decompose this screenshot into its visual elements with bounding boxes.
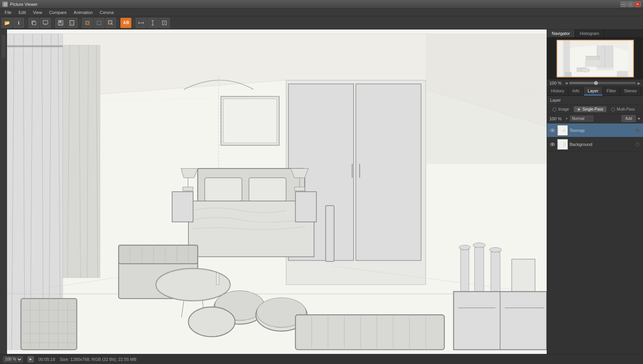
canvas-area[interactable] — [7, 29, 547, 354]
navigator-thumbnail-area — [547, 38, 643, 80]
svg-rect-44 — [63, 45, 100, 278]
toolbar-separator-5 — [133, 19, 134, 27]
tab-history[interactable]: History — [547, 87, 568, 95]
menu-animation[interactable]: Animation — [71, 9, 96, 16]
zoom-percentage: 100 % — [549, 81, 563, 85]
svg-rect-76 — [491, 252, 500, 292]
zoom-decrement-icon: ◀ — [565, 81, 568, 85]
layer-type-image[interactable]: Image — [549, 106, 572, 112]
layer-name-background: Background — [570, 142, 633, 147]
tab-navigator[interactable]: Navigator — [547, 29, 575, 37]
compare-ab-button-a[interactable]: AB — [120, 18, 131, 28]
toolbar-separator-3 — [80, 19, 80, 27]
close-button[interactable]: ✕ — [634, 2, 641, 7]
play-button[interactable]: ▶ — [28, 356, 34, 362]
menu-edit[interactable]: Edit — [16, 9, 29, 16]
svg-rect-94 — [216, 273, 219, 285]
svg-text:A: A — [123, 21, 126, 25]
maximize-button[interactable]: □ — [627, 2, 634, 7]
blend-arrow: ▼ — [565, 117, 568, 121]
layer-thumbnail-background — [557, 139, 568, 150]
zoom-region-button[interactable] — [105, 18, 116, 28]
svg-rect-66 — [172, 192, 193, 222]
app-icon: 🖼 — [2, 2, 8, 7]
layer-type-multi-pass[interactable]: Multi-Pass — [608, 106, 638, 112]
display-button[interactable] — [40, 18, 51, 28]
render-image — [7, 29, 547, 354]
fit-all-button[interactable] — [159, 18, 170, 28]
blend-mode-input[interactable] — [570, 116, 593, 121]
layer-item-texmap[interactable]: Texmap — [547, 123, 643, 137]
radio-multi-pass — [611, 107, 615, 111]
svg-rect-13 — [97, 21, 101, 25]
svg-rect-121 — [426, 34, 547, 164]
status-bar: 100 % 50 % 200 % ▶ 00:05:18 Size: 1280x7… — [0, 354, 643, 364]
window-controls: — □ ✕ — [620, 2, 641, 7]
svg-rect-83 — [118, 245, 198, 264]
navigator-thumbnail — [556, 40, 634, 78]
tab-filter[interactable]: Filter — [603, 87, 620, 95]
status-zoom-select[interactable]: 100 % 50 % 200 % — [3, 356, 23, 362]
tab-stereo[interactable]: Stereo — [620, 87, 641, 95]
layer-visibility-texmap[interactable] — [549, 127, 556, 133]
layer-solo-texmap[interactable] — [634, 127, 641, 133]
layer-thumbnail-texmap — [557, 125, 568, 136]
info-button[interactable]: ℹ — [13, 18, 24, 28]
radio-image — [552, 107, 556, 111]
layer-header-label: Layer — [550, 98, 561, 102]
fit-height-button[interactable] — [147, 18, 158, 28]
svg-rect-73 — [474, 248, 484, 292]
add-layer-button[interactable]: Add — [622, 115, 636, 122]
svg-point-72 — [473, 243, 485, 248]
svg-rect-77 — [512, 259, 535, 294]
layer-solo-background[interactable] — [634, 141, 641, 147]
svg-rect-70 — [460, 250, 469, 292]
svg-point-69 — [459, 245, 470, 250]
zoom-slider-track[interactable] — [569, 82, 636, 84]
svg-rect-122 — [326, 206, 334, 262]
menu-corona[interactable]: Corona — [97, 9, 117, 16]
menu-view[interactable]: View — [30, 9, 45, 16]
layer-visibility-background[interactable] — [549, 141, 556, 147]
title-bar: 🖼 Picture Viewer — □ ✕ — [0, 0, 643, 9]
svg-rect-57 — [205, 178, 242, 201]
open-folder-button[interactable]: 📂 — [2, 18, 12, 28]
thumb-svg — [557, 40, 634, 78]
tab-info[interactable]: Info — [568, 87, 584, 95]
svg-rect-138 — [558, 128, 559, 134]
fit-width-button[interactable] — [136, 18, 146, 28]
zoom-slider-thumb[interactable] — [594, 81, 598, 85]
panel-tabs: History Info Layer Filter Stereo — [547, 87, 643, 96]
tab-layer[interactable]: Layer — [584, 87, 603, 95]
selection-button[interactable] — [94, 18, 105, 28]
region-render-button[interactable] — [82, 18, 93, 28]
zoom-increment-icon: ▶ — [638, 81, 641, 85]
save-button[interactable] — [55, 18, 66, 28]
layer-type-single-pass[interactable]: Single-Pass — [574, 106, 606, 112]
layer-item-background[interactable]: Background — [547, 137, 643, 151]
svg-rect-7 — [59, 23, 62, 25]
minimize-button[interactable]: — — [620, 2, 627, 7]
svg-rect-134 — [565, 72, 571, 78]
svg-rect-130 — [585, 60, 600, 67]
left-scrollbar[interactable] — [2, 35, 5, 58]
menu-file[interactable]: File — [2, 9, 15, 16]
tab-histogram[interactable]: Histogram — [575, 29, 604, 37]
clone-button[interactable] — [28, 18, 39, 28]
save-as-button[interactable]: S — [67, 18, 78, 28]
svg-rect-58 — [249, 178, 286, 201]
nav-hist-tabs: Navigator Histogram — [547, 29, 643, 38]
svg-rect-67 — [295, 192, 316, 222]
menu-compare[interactable]: Compare — [46, 9, 70, 16]
layer-type-tabs: Image Single-Pass Multi-Pass — [547, 105, 643, 114]
layer-panel-header: Layer — [547, 96, 643, 105]
layer-blend-row: 100 % ▼ Add ▼ — [547, 114, 643, 123]
left-sidebar — [0, 29, 7, 354]
svg-point-148 — [636, 143, 639, 146]
menu-bar: File Edit View Compare Animation Corona — [0, 9, 643, 16]
room-render-svg — [7, 29, 547, 354]
svg-rect-1 — [33, 22, 36, 25]
svg-rect-12 — [86, 22, 89, 24]
add-dropdown-arrow[interactable]: ▼ — [637, 117, 641, 121]
svg-rect-146 — [558, 142, 559, 148]
